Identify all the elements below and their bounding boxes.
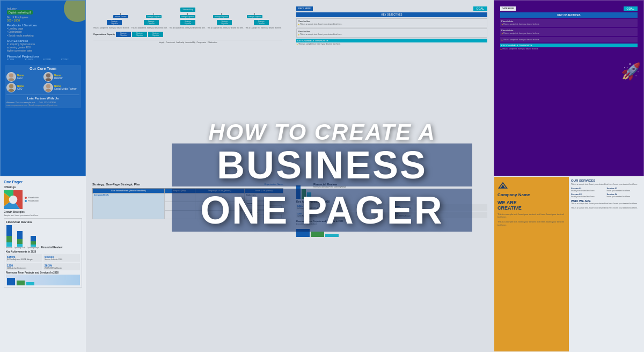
- key-obj-banner: KEY OBJECTIVES: [500, 12, 638, 18]
- ph-section-2: Placeholder ➤ This is a sample text. Ins…: [500, 28, 638, 36]
- placeholder-2-title: Placeholder: [298, 30, 486, 33]
- panel-center-bottom: Strategy: One-Page Strategic Plan Organi…: [86, 176, 290, 353]
- stewardship-box: Stewardship: [180, 8, 195, 12]
- who-desc: This is a sample text. Insert your desir…: [571, 203, 641, 205]
- member-4-role: Social Media Partner: [54, 88, 77, 90]
- legend-label-2: Placeholder: [28, 199, 39, 202]
- member-3-role: CTO: [17, 88, 24, 90]
- team-grid: Name CEO Name Director: [6, 72, 79, 92]
- arrow-1: ➤: [298, 23, 299, 26]
- year-4: FY 2012: [61, 59, 79, 61]
- bullet-2-text: This is a sample text. Insert your desir…: [300, 33, 342, 35]
- ach-4: 26.3% 26.3% EBITA Margin: [43, 263, 80, 270]
- cap-obj-2: StrategicObjective: [132, 32, 147, 37]
- panel-rightcenter-top: DATE HERE GOAL KEY OBJECTIVES Placeholde…: [290, 0, 494, 176]
- bullet-3-text: This is a sample text. Insert your desir…: [298, 43, 340, 45]
- strategic-obj-3: Strategic Objective: [213, 15, 229, 18]
- rcb-ach-4: 26.3% 26.3% EBITA Margin: [392, 212, 487, 218]
- employees-range: 500 - 1000: [7, 19, 79, 22]
- svg-point-4: [9, 84, 13, 88]
- company-logo-svg: [497, 181, 508, 190]
- ph-2-title: Placeholder: [501, 29, 636, 32]
- core-values-cell: Core values/Beliefs: [93, 193, 165, 219]
- ph-1-title: Placeholder: [501, 20, 636, 23]
- ph-2-text: This is a sample text. Insert your desir…: [503, 32, 539, 35]
- goal-banner: GOAL: [624, 6, 638, 11]
- strategy-table: Core Values/Beliefs (Should/Shouldn't) P…: [92, 188, 283, 219]
- strategic-obj-4: Strategic Objective: [247, 15, 262, 18]
- date-here-label: DATE HERE: [500, 6, 516, 11]
- ph-section-1: Placeholder ➤ This is a sample text. Ins…: [500, 19, 638, 27]
- year-1: FY 2009: [7, 59, 25, 61]
- avatar-3: [6, 83, 16, 92]
- team-title: Our Core Team: [6, 67, 79, 70]
- legend-label-1: Placeholder: [28, 196, 39, 199]
- goal-label: GOAL: [473, 6, 487, 11]
- bar-labels: Revenue | Operating Profit | Operating M…: [313, 186, 487, 188]
- thumbnails-grid: Industry Digital marketing & No. of Empl…: [0, 0, 644, 352]
- bar-3-label: Operating Margin: [27, 247, 39, 249]
- col-3: Targets (3-5 YRS.)(Where): [195, 188, 244, 193]
- key-channels-banner: KEY CHANNELS TO GROWTH: [500, 44, 638, 47]
- contact-info: Address: This is a sample text. Call: 12…: [6, 101, 79, 104]
- employees-header: Employees: [246, 194, 282, 196]
- org-box-c: StrategicObjective: [180, 20, 195, 25]
- org-box-d: StrategicObjective: [217, 20, 232, 25]
- ph-section-3: ➤ This is a sample text. Insert your des…: [500, 37, 638, 42]
- company-desc-2: This is a sample text. Insert your desir…: [497, 220, 566, 226]
- partner-text: Lets Partner With Us: [6, 95, 79, 100]
- legend: Placeholder Placeholder: [25, 196, 39, 203]
- member-4: Name Social Media Partner: [43, 83, 79, 92]
- member-2-role: Director: [54, 77, 63, 80]
- pie-chart-svg: [4, 190, 23, 209]
- year-2: FY 20010: [25, 59, 43, 61]
- our-services-title: OUR SERVICES: [571, 179, 641, 182]
- panel-far-right-bottom: Company Name WE ARE CREATIVE This is a s…: [494, 176, 644, 353]
- services-right-panel: OUR SERVICES This is a sample text. Inse…: [569, 177, 643, 352]
- member-1: Name CEO: [6, 72, 42, 82]
- achievements-grid-rcb: $450m $450m Adjusted EBITA Margin Sxxxxx…: [296, 204, 487, 218]
- legend-1: Placeholder: [25, 196, 39, 199]
- bar-chart: Revenue Operating Profit Operating Margi…: [6, 225, 80, 249]
- company-website: www.companyname.com | Email: companyname…: [6, 104, 79, 106]
- bar-profit: [302, 189, 306, 199]
- org-level-2: Internal Process Strategic Objective Str…: [93, 13, 282, 18]
- arrow-2: ➤: [298, 33, 299, 36]
- strategic-obj-1: Strategic Objective: [146, 15, 162, 18]
- service-3: Service 03 Insert your desired text here…: [571, 193, 606, 198]
- col-2: Purpose (Why): [164, 188, 195, 193]
- legend-dot-2: [25, 200, 27, 202]
- call: Call: 1234567890: [39, 101, 55, 104]
- col-1: Core Values/Beliefs (Should/Shouldn't): [93, 188, 165, 193]
- col-text-5: This is a sample text. Insert your desir…: [245, 27, 282, 30]
- bar-2-label: Operating Profit: [14, 247, 25, 249]
- bar-3: Operating Margin: [27, 236, 39, 249]
- svg-point-3: [45, 78, 51, 81]
- kc-text: This is a sample text. Insert your desir…: [502, 48, 538, 51]
- table-row: Core values/Beliefs Employees: [93, 193, 283, 202]
- creative-label: CREATIVE: [497, 206, 566, 211]
- lb-title: One Pager: [4, 180, 82, 184]
- financial-section: Financial Review Revenue Operating Profi…: [4, 218, 82, 288]
- placeholder-2-section: Placeholder ➤ This is a sample text. Ins…: [296, 28, 487, 38]
- financial-review-title: Financial Review: [41, 246, 80, 249]
- key-achievements: Key Achievements in 2020: [6, 250, 80, 253]
- svg-point-0: [9, 73, 13, 77]
- mini-bar-chart: [296, 183, 311, 199]
- who-desc-2: This is a sample text. Insert your desir…: [571, 207, 641, 210]
- avatar-4: [43, 83, 53, 92]
- offerings-label: Offerings: [4, 185, 82, 189]
- bar-1: Revenue: [6, 225, 12, 249]
- bullet-1-text: This is a sample text. Insert your desir…: [300, 23, 342, 25]
- ph-3-text: This is a sample text. Insert your desir…: [503, 39, 539, 41]
- strategy-title: Strategy: One-Page Strategic Plan: [92, 183, 140, 186]
- services-grid: Service 01 Insert your desired text here…: [571, 187, 641, 198]
- revenues-label: Revenues From Projects and Services In 2…: [6, 271, 80, 274]
- org-capacity-row: Organizational Capacity StrategicObjecti…: [93, 32, 282, 37]
- services-desc: This is a sample text. Insert your desir…: [571, 183, 641, 186]
- member-1-role: CEO: [17, 77, 24, 80]
- address: Address: This is a sample text.: [6, 101, 35, 104]
- placeholder-1-title: Placeholder: [298, 20, 486, 23]
- col-text-3: This is a sample text. Insert your desir…: [170, 27, 207, 30]
- product-3: • Social media marketing: [7, 34, 79, 38]
